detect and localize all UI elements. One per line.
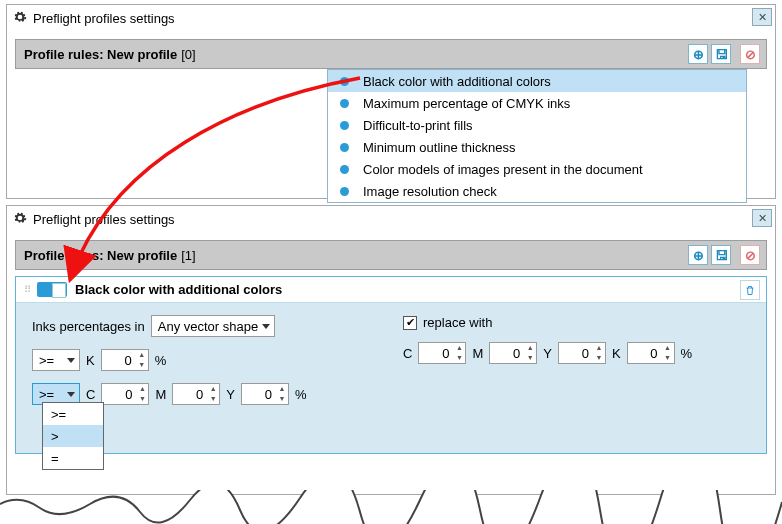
ink-m-input[interactable] bbox=[173, 387, 207, 402]
dropdown-item[interactable]: Difficult-to-print fills bbox=[328, 114, 746, 136]
percent-label: % bbox=[155, 353, 167, 368]
scope-value: Any vector shape bbox=[158, 319, 258, 334]
rule-title: Black color with additional colors bbox=[75, 282, 282, 297]
ink-k-spinner[interactable]: ▲▼ bbox=[101, 349, 149, 371]
rule-right-column: ✔ replace with C ▲▼ M ▲▼ Y ▲▼ K ▲▼ % bbox=[403, 315, 750, 435]
close-button[interactable]: ✕ bbox=[752, 209, 772, 227]
spin-down-icon[interactable]: ▼ bbox=[453, 353, 465, 363]
operator-cmy-value: >= bbox=[39, 387, 54, 402]
replace-checkbox[interactable]: ✔ replace with bbox=[403, 315, 492, 330]
panel-header-top: Profile rules: New profile [0] ⊕ 🖫 ⊘ bbox=[15, 39, 767, 69]
spin-up-icon[interactable]: ▲ bbox=[662, 343, 674, 353]
dropdown-item[interactable]: Color models of images present in the do… bbox=[328, 158, 746, 180]
ink-c-label: C bbox=[86, 387, 95, 402]
replace-m-spinner[interactable]: ▲▼ bbox=[489, 342, 537, 364]
ink-y-label: Y bbox=[226, 387, 235, 402]
percent-label: % bbox=[295, 387, 307, 402]
replace-y-label: Y bbox=[543, 346, 552, 361]
spin-up-icon[interactable]: ▲ bbox=[524, 343, 536, 353]
ink-k-input[interactable] bbox=[102, 353, 136, 368]
save-button[interactable]: 🖫 bbox=[711, 44, 731, 64]
replace-c-spinner[interactable]: ▲▼ bbox=[418, 342, 466, 364]
replace-c-input[interactable] bbox=[419, 346, 453, 361]
spin-down-icon[interactable]: ▼ bbox=[524, 353, 536, 363]
operator-k-select[interactable]: >= bbox=[32, 349, 80, 371]
dropdown-item-label: Image resolution check bbox=[363, 184, 497, 199]
replace-k-spinner[interactable]: ▲▼ bbox=[627, 342, 675, 364]
chevron-down-icon bbox=[67, 358, 75, 363]
spin-down-icon[interactable]: ▼ bbox=[136, 394, 148, 404]
drag-grip-icon[interactable]: ⠿ bbox=[24, 284, 29, 295]
bullet-icon bbox=[340, 121, 349, 130]
clear-button[interactable]: ⊘ bbox=[740, 44, 760, 64]
ink-c-input[interactable] bbox=[102, 387, 136, 402]
ink-m-spinner[interactable]: ▲▼ bbox=[172, 383, 220, 405]
operator-dropdown: >= > = bbox=[42, 402, 104, 470]
spin-up-icon[interactable]: ▲ bbox=[207, 384, 219, 394]
ink-k-label: K bbox=[86, 353, 95, 368]
bullet-icon bbox=[340, 187, 349, 196]
ink-y-spinner[interactable]: ▲▼ bbox=[241, 383, 289, 405]
window-title: Preflight profiles settings bbox=[33, 11, 175, 26]
spin-up-icon[interactable]: ▲ bbox=[593, 343, 605, 353]
gear-icon bbox=[13, 211, 27, 228]
dropdown-item[interactable]: Maximum percentage of CMYK inks bbox=[328, 92, 746, 114]
scope-select[interactable]: Any vector shape bbox=[151, 315, 275, 337]
replace-label: replace with bbox=[423, 315, 492, 330]
chevron-down-icon bbox=[262, 324, 270, 329]
dropdown-item[interactable]: Minimum outline thickness bbox=[328, 136, 746, 158]
gear-icon bbox=[13, 10, 27, 27]
preflight-window-top: Preflight profiles settings ✕ Profile ru… bbox=[6, 4, 776, 199]
spin-up-icon[interactable]: ▲ bbox=[136, 384, 148, 394]
operator-option-label: = bbox=[51, 451, 59, 466]
panel-prefix: Profile rules: bbox=[24, 47, 103, 62]
spin-down-icon[interactable]: ▼ bbox=[136, 360, 148, 370]
checkbox-checked-icon: ✔ bbox=[403, 316, 417, 330]
rule-enable-toggle[interactable] bbox=[37, 282, 67, 297]
delete-rule-button[interactable] bbox=[740, 280, 760, 300]
dropdown-item-label: Difficult-to-print fills bbox=[363, 118, 473, 133]
ink-y-input[interactable] bbox=[242, 387, 276, 402]
spin-down-icon[interactable]: ▼ bbox=[276, 394, 288, 404]
spin-down-icon[interactable]: ▼ bbox=[593, 353, 605, 363]
operator-option-label: > bbox=[51, 429, 59, 444]
ink-m-label: M bbox=[155, 387, 166, 402]
spin-up-icon[interactable]: ▲ bbox=[276, 384, 288, 394]
replace-k-input[interactable] bbox=[628, 346, 662, 361]
bullet-icon bbox=[340, 77, 349, 86]
bullet-icon bbox=[340, 165, 349, 174]
dropdown-item-label: Color models of images present in the do… bbox=[363, 162, 643, 177]
spin-down-icon[interactable]: ▼ bbox=[662, 353, 674, 363]
spin-up-icon[interactable]: ▲ bbox=[453, 343, 465, 353]
operator-option-label: >= bbox=[51, 407, 66, 422]
panel-profile-name: New profile bbox=[107, 47, 177, 62]
bullet-icon bbox=[340, 99, 349, 108]
rule-body: Inks percentages in Any vector shape >= … bbox=[16, 303, 766, 453]
dropdown-item[interactable]: Image resolution check bbox=[328, 180, 746, 202]
dropdown-item-label: Minimum outline thickness bbox=[363, 140, 515, 155]
replace-m-input[interactable] bbox=[490, 346, 524, 361]
panel-profile-name: New profile bbox=[107, 248, 177, 263]
operator-option[interactable]: > bbox=[43, 425, 103, 447]
spin-up-icon[interactable]: ▲ bbox=[136, 350, 148, 360]
percent-label: % bbox=[681, 346, 693, 361]
ink-c-spinner[interactable]: ▲▼ bbox=[101, 383, 149, 405]
spin-down-icon[interactable]: ▼ bbox=[207, 394, 219, 404]
panel-header-bottom: Profile rules: New profile [1] ⊕ 🖫 ⊘ bbox=[15, 240, 767, 270]
clear-button[interactable]: ⊘ bbox=[740, 245, 760, 265]
operator-option[interactable]: >= bbox=[43, 403, 103, 425]
replace-y-spinner[interactable]: ▲▼ bbox=[558, 342, 606, 364]
save-button[interactable]: 🖫 bbox=[711, 245, 731, 265]
add-rule-button[interactable]: ⊕ bbox=[688, 245, 708, 265]
rule-header: ⠿ Black color with additional colors bbox=[16, 277, 766, 303]
add-rule-button[interactable]: ⊕ bbox=[688, 44, 708, 64]
operator-option[interactable]: = bbox=[43, 447, 103, 469]
titlebar: Preflight profiles settings ✕ bbox=[7, 206, 775, 232]
replace-y-input[interactable] bbox=[559, 346, 593, 361]
dropdown-item[interactable]: Black color with additional colors bbox=[328, 70, 746, 92]
close-button[interactable]: ✕ bbox=[752, 8, 772, 26]
window-title: Preflight profiles settings bbox=[33, 212, 175, 227]
replace-k-label: K bbox=[612, 346, 621, 361]
dropdown-item-label: Maximum percentage of CMYK inks bbox=[363, 96, 570, 111]
chevron-down-icon bbox=[67, 392, 75, 397]
